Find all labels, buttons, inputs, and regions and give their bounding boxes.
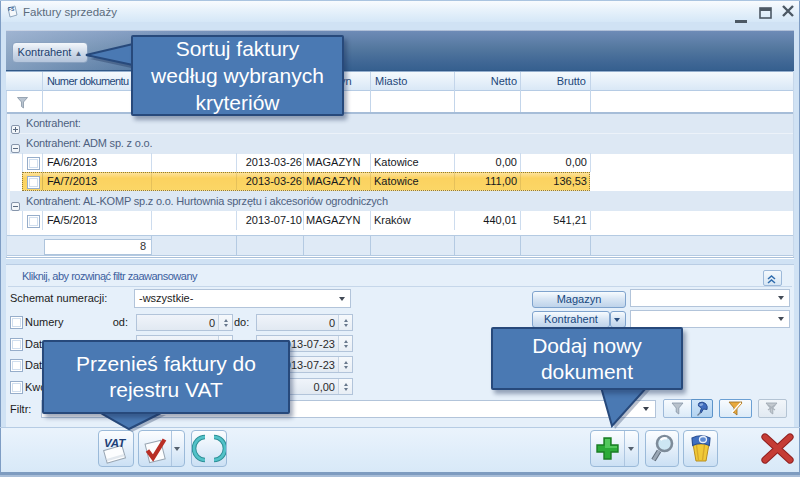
svg-text:FS: FS <box>8 6 15 12</box>
